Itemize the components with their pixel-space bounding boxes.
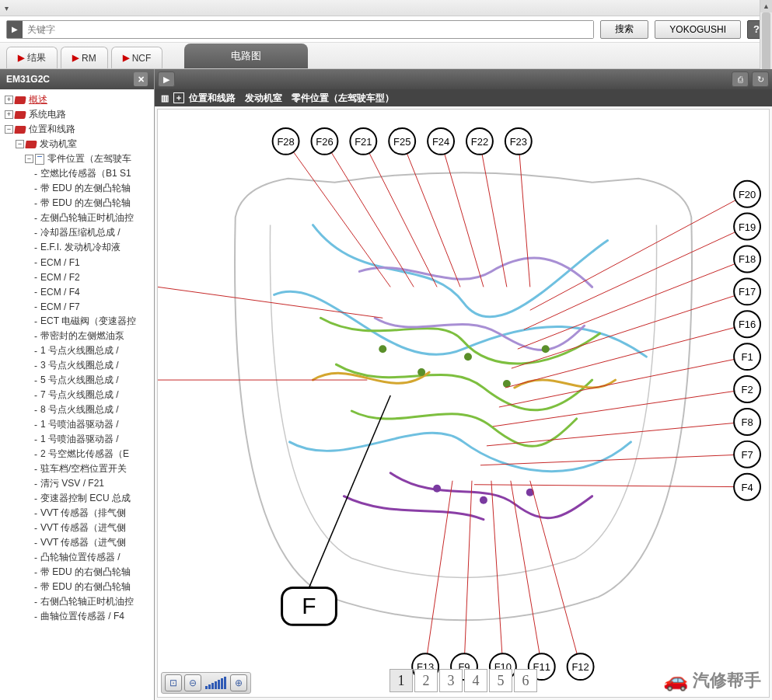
svg-text:F26: F26 — [316, 136, 333, 148]
tree-leaf[interactable]: -VVT 传感器（进气侧 — [0, 521, 154, 535]
dash-icon: - — [34, 272, 37, 283]
tree-leaf[interactable]: -左侧凸轮轴正时机油控 — [0, 211, 154, 225]
tree-location-wiring[interactable]: −位置和线路 — [0, 122, 154, 137]
tree-leaf[interactable]: -ECM / F1 — [0, 255, 154, 270]
content-toolbar: ▶ ⎙ ↻ — [155, 69, 772, 89]
dash-icon: - — [34, 611, 37, 622]
svg-text:F23: F23 — [510, 136, 527, 148]
page-5[interactable]: 5 — [489, 669, 512, 692]
tree-leaf[interactable]: -变速器控制 ECU 总成 — [0, 491, 154, 506]
tree-leaf[interactable]: -VVT 传感器（进气侧 — [0, 535, 154, 550]
tree-leaf[interactable]: -空燃比传感器（B1 S1 — [0, 166, 154, 181]
tab-rm[interactable]: ▶RM — [61, 47, 108, 68]
collapse-icon[interactable]: − — [5, 125, 13, 134]
tree-leaf[interactable]: -带 EDU 的右侧凸轮轴 — [0, 580, 154, 594]
tree-leaf[interactable]: -ECM / F4 — [0, 284, 154, 299]
tree-part-location[interactable]: −零件位置（左驾驶车 — [0, 151, 154, 166]
search-field-wrap: ▶ — [6, 20, 594, 39]
tree-leaf[interactable]: -1 号喷油器驱动器 / — [0, 432, 154, 447]
refresh-button[interactable]: ↻ — [752, 71, 769, 87]
tree-leaf-label: 凸轮轴位置传感器 / — [40, 551, 121, 564]
page-2[interactable]: 2 — [414, 669, 438, 692]
tree-leaf[interactable]: -1 号喷油器驱动器 / — [0, 417, 154, 432]
dash-icon: - — [34, 493, 37, 504]
collapse-icon[interactable]: − — [25, 155, 33, 163]
zoom-in-button[interactable]: ⊕ — [230, 674, 247, 691]
tab-circuit-diagram[interactable]: 电路图 — [184, 44, 308, 68]
page-3[interactable]: 3 — [439, 669, 463, 692]
print-button[interactable]: ⎙ — [732, 71, 749, 87]
tab-bar: ▶结果 ▶RM ▶NCF 电路图 — [0, 43, 772, 69]
tree-leaf[interactable]: -清污 VSV / F21 — [0, 476, 154, 491]
tree-view: +概述 +系统电路 −位置和线路 −发动机室 −零件位置（左驾驶车 -空燃比传感… — [0, 89, 154, 700]
tree-leaf[interactable]: -带 EDU 的右侧凸轮轴 — [0, 565, 154, 580]
tree-leaf[interactable]: -3 号点火线圈总成 / — [0, 358, 154, 373]
svg-text:F16: F16 — [739, 319, 756, 330]
svg-text:F17: F17 — [739, 286, 756, 298]
tree-leaf[interactable]: -带 EDU 的左侧凸轮轴 — [0, 196, 154, 211]
tree-leaf[interactable]: -带 EDU 的左侧凸轮轴 — [0, 181, 154, 196]
tree-leaf[interactable]: -ECT 电磁阀（变速器控 — [0, 314, 154, 329]
tree-leaf-label: 带密封的左侧燃油泵 — [40, 329, 124, 343]
callout-F22: F22 — [466, 128, 507, 287]
tree-leaf[interactable]: -5 号点火线圈总成 / — [0, 373, 154, 388]
tree-engine-room[interactable]: −发动机室 — [0, 137, 154, 151]
tree-label: 概述 — [29, 93, 47, 106]
tree-leaf[interactable]: -ECM / F7 — [0, 299, 154, 314]
yokogushi-button[interactable]: YOKOGUSHI — [655, 20, 741, 39]
tree-leaf-label: 变速器控制 ECU 总成 — [40, 492, 131, 505]
diagram-viewport[interactable]: F28F26F21F25F24F22F23 F20F19F18F17F16F1F… — [157, 109, 770, 698]
tree-leaf-label: ECM / F1 — [40, 257, 80, 268]
tree-leaf[interactable]: -凸轮轴位置传感器 / — [0, 550, 154, 565]
search-button[interactable]: 搜索 — [600, 20, 648, 39]
watermark-text: 汽修帮手 — [693, 669, 761, 692]
zoom-fit-button[interactable]: ⊡ — [165, 674, 182, 691]
dash-icon: - — [34, 582, 37, 593]
list-icon[interactable]: ▥ — [161, 93, 169, 103]
play-button[interactable]: ▶ — [158, 71, 175, 87]
page-1[interactable]: 1 — [389, 669, 413, 692]
svg-text:F2: F2 — [742, 384, 753, 395]
window-menu-icon[interactable]: ▾ — [5, 4, 9, 12]
page-6[interactable]: 6 — [514, 669, 537, 692]
search-dropdown-icon[interactable]: ▶ — [7, 21, 23, 38]
tree-leaf[interactable]: -VVT 传感器（排气侧 — [0, 506, 154, 521]
page-4[interactable]: 4 — [464, 669, 487, 692]
tree-leaf[interactable]: -8 号点火线圈总成 / — [0, 402, 154, 417]
tree-leaf[interactable]: -冷却器压缩机总成 / — [0, 225, 154, 240]
callout-F4: F4 — [474, 474, 760, 500]
svg-text:F22: F22 — [471, 136, 488, 148]
tree-leaf[interactable]: -驻车档/空档位置开关 — [0, 461, 154, 476]
zoom-out-button[interactable]: ⊖ — [184, 674, 201, 691]
collapse-icon[interactable]: − — [16, 140, 24, 148]
svg-point-1 — [417, 368, 425, 376]
expand-icon[interactable]: + — [5, 96, 13, 104]
tree-leaf[interactable]: -带密封的左侧燃油泵 — [0, 329, 154, 343]
svg-text:F4: F4 — [742, 482, 753, 493]
tree-leaf[interactable]: -曲轴位置传感器 / F4 — [0, 609, 154, 624]
dash-icon: - — [34, 316, 37, 327]
tree-leaf[interactable]: -1 号点火线圈总成 / — [0, 343, 154, 358]
svg-line-47 — [493, 389, 747, 427]
zoom-level-indicator[interactable] — [204, 677, 228, 689]
tree-system-circuit[interactable]: +系统电路 — [0, 107, 154, 122]
tree-leaf[interactable]: -ECM / F2 — [0, 270, 154, 284]
tree-leaf-label: 2 号空燃比传感器（E — [40, 448, 129, 461]
tree-leaf[interactable]: -2 号空燃比传感器（E — [0, 447, 154, 461]
tree-leaf[interactable]: -E.F.I. 发动机冷却液 — [0, 240, 154, 255]
dash-icon: - — [34, 183, 37, 194]
tree-overview[interactable]: +概述 — [0, 92, 154, 107]
svg-text:F25: F25 — [393, 136, 410, 148]
tab-results[interactable]: ▶结果 — [6, 47, 58, 68]
tree-leaf[interactable]: -右侧凸轮轴正时机油控 — [0, 594, 154, 609]
close-icon[interactable]: ✕ — [134, 72, 148, 86]
tree-leaf-label: VVT 传感器（进气侧 — [40, 521, 126, 535]
search-input[interactable] — [23, 21, 593, 38]
tab-rm-label: RM — [82, 53, 96, 64]
scroll-up-icon[interactable]: ▲ — [760, 0, 772, 12]
expand-all-icon[interactable]: ＋ — [173, 92, 184, 103]
tree-leaf[interactable]: -7 号点火线圈总成 / — [0, 388, 154, 402]
chevron-right-icon: ▶ — [18, 53, 24, 63]
tab-ncf[interactable]: ▶NCF — [111, 47, 163, 68]
expand-icon[interactable]: + — [5, 110, 13, 119]
